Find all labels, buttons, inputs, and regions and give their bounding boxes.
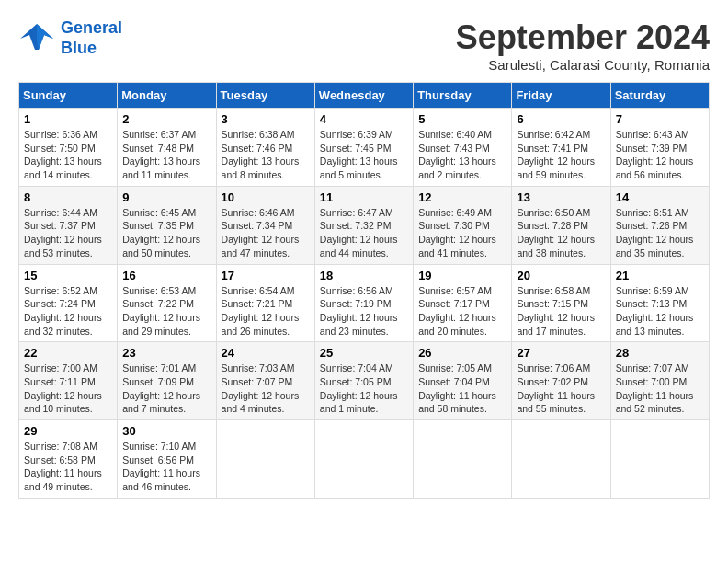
day-number: 12 bbox=[418, 190, 506, 204]
day-number: 8 bbox=[24, 190, 112, 204]
day-number: 4 bbox=[320, 112, 408, 126]
day-number: 26 bbox=[418, 346, 506, 360]
month-title: September 2024 bbox=[456, 18, 710, 57]
calendar-cell: 24Sunrise: 7:03 AM Sunset: 7:07 PM Dayli… bbox=[216, 342, 314, 420]
calendar-cell: 22Sunrise: 7:00 AM Sunset: 7:11 PM Dayli… bbox=[19, 342, 118, 420]
day-detail: Sunrise: 6:38 AM Sunset: 7:46 PM Dayligh… bbox=[222, 128, 310, 182]
day-detail: Sunrise: 6:47 AM Sunset: 7:32 PM Dayligh… bbox=[320, 206, 408, 260]
weekday-header-thursday: Thursday bbox=[414, 83, 512, 109]
day-detail: Sunrise: 6:49 AM Sunset: 7:30 PM Dayligh… bbox=[418, 206, 506, 260]
day-detail: Sunrise: 7:07 AM Sunset: 7:00 PM Dayligh… bbox=[616, 362, 704, 416]
calendar-cell: 17Sunrise: 6:54 AM Sunset: 7:21 PM Dayli… bbox=[216, 264, 314, 342]
calendar-week-row: 1Sunrise: 6:36 AM Sunset: 7:50 PM Daylig… bbox=[19, 109, 710, 187]
svg-marker-1 bbox=[37, 24, 53, 50]
day-number: 16 bbox=[122, 269, 210, 282]
logo-text: General Blue bbox=[61, 18, 122, 58]
calendar-cell: 26Sunrise: 7:05 AM Sunset: 7:04 PM Dayli… bbox=[414, 342, 512, 420]
calendar-cell: 20Sunrise: 6:58 AM Sunset: 7:15 PM Dayli… bbox=[512, 264, 610, 342]
logo: General Blue bbox=[18, 18, 122, 58]
day-number: 11 bbox=[320, 190, 408, 204]
day-number: 6 bbox=[517, 112, 605, 126]
calendar-cell: 18Sunrise: 6:56 AM Sunset: 7:19 PM Dayli… bbox=[314, 264, 413, 342]
weekday-header-friday: Friday bbox=[512, 83, 610, 109]
day-detail: Sunrise: 7:06 AM Sunset: 7:02 PM Dayligh… bbox=[517, 362, 605, 416]
calendar-cell: 13Sunrise: 6:50 AM Sunset: 7:28 PM Dayli… bbox=[512, 186, 610, 264]
calendar-cell: 21Sunrise: 6:59 AM Sunset: 7:13 PM Dayli… bbox=[610, 264, 709, 342]
calendar-cell bbox=[216, 420, 314, 499]
day-number: 21 bbox=[616, 269, 704, 282]
weekday-header-saturday: Saturday bbox=[610, 83, 709, 109]
day-detail: Sunrise: 6:54 AM Sunset: 7:21 PM Dayligh… bbox=[222, 284, 310, 339]
day-number: 3 bbox=[222, 112, 310, 126]
calendar-cell: 27Sunrise: 7:06 AM Sunset: 7:02 PM Dayli… bbox=[512, 342, 610, 420]
day-detail: Sunrise: 6:45 AM Sunset: 7:35 PM Dayligh… bbox=[122, 206, 210, 260]
day-number: 7 bbox=[616, 112, 704, 126]
day-number: 2 bbox=[122, 112, 210, 126]
weekday-header-monday: Monday bbox=[118, 83, 216, 109]
day-number: 27 bbox=[517, 346, 605, 360]
day-number: 10 bbox=[222, 190, 310, 204]
day-number: 14 bbox=[616, 190, 704, 204]
calendar-week-row: 15Sunrise: 6:52 AM Sunset: 7:24 PM Dayli… bbox=[19, 264, 710, 342]
calendar-cell: 6Sunrise: 6:42 AM Sunset: 7:41 PM Daylig… bbox=[512, 109, 610, 187]
day-detail: Sunrise: 6:51 AM Sunset: 7:26 PM Dayligh… bbox=[616, 206, 704, 260]
day-number: 30 bbox=[122, 424, 210, 438]
day-number: 29 bbox=[24, 424, 112, 438]
calendar-cell: 28Sunrise: 7:07 AM Sunset: 7:00 PM Dayli… bbox=[610, 342, 709, 420]
title-block: September 2024 Sarulesti, Calarasi Count… bbox=[456, 18, 710, 73]
day-number: 5 bbox=[418, 112, 506, 126]
calendar-week-row: 29Sunrise: 7:08 AM Sunset: 6:58 PM Dayli… bbox=[19, 420, 710, 499]
calendar-cell: 14Sunrise: 6:51 AM Sunset: 7:26 PM Dayli… bbox=[610, 186, 709, 264]
day-detail: Sunrise: 6:39 AM Sunset: 7:45 PM Dayligh… bbox=[320, 128, 408, 182]
day-detail: Sunrise: 6:37 AM Sunset: 7:48 PM Dayligh… bbox=[122, 128, 210, 182]
calendar-cell: 7Sunrise: 6:43 AM Sunset: 7:39 PM Daylig… bbox=[610, 109, 709, 187]
calendar-cell: 9Sunrise: 6:45 AM Sunset: 7:35 PM Daylig… bbox=[118, 186, 216, 264]
day-detail: Sunrise: 7:03 AM Sunset: 7:07 PM Dayligh… bbox=[222, 362, 310, 416]
calendar-cell: 11Sunrise: 6:47 AM Sunset: 7:32 PM Dayli… bbox=[314, 186, 413, 264]
day-detail: Sunrise: 6:52 AM Sunset: 7:24 PM Dayligh… bbox=[24, 284, 112, 339]
calendar-cell: 2Sunrise: 6:37 AM Sunset: 7:48 PM Daylig… bbox=[118, 109, 216, 187]
calendar-cell: 8Sunrise: 6:44 AM Sunset: 7:37 PM Daylig… bbox=[19, 186, 118, 264]
day-detail: Sunrise: 7:05 AM Sunset: 7:04 PM Dayligh… bbox=[418, 362, 506, 416]
calendar-cell: 3Sunrise: 6:38 AM Sunset: 7:46 PM Daylig… bbox=[216, 109, 314, 187]
day-number: 1 bbox=[24, 112, 112, 126]
day-number: 15 bbox=[24, 269, 112, 282]
day-detail: Sunrise: 6:57 AM Sunset: 7:17 PM Dayligh… bbox=[418, 284, 506, 339]
day-number: 25 bbox=[320, 346, 408, 360]
day-detail: Sunrise: 6:46 AM Sunset: 7:34 PM Dayligh… bbox=[222, 206, 310, 260]
day-number: 23 bbox=[122, 346, 210, 360]
calendar-cell: 19Sunrise: 6:57 AM Sunset: 7:17 PM Dayli… bbox=[414, 264, 512, 342]
day-number: 28 bbox=[616, 346, 704, 360]
day-detail: Sunrise: 6:36 AM Sunset: 7:50 PM Dayligh… bbox=[24, 128, 112, 182]
day-detail: Sunrise: 6:59 AM Sunset: 7:13 PM Dayligh… bbox=[616, 284, 704, 339]
location-subtitle: Sarulesti, Calarasi County, Romania bbox=[456, 57, 710, 73]
day-detail: Sunrise: 6:42 AM Sunset: 7:41 PM Dayligh… bbox=[517, 128, 605, 182]
day-number: 9 bbox=[122, 190, 210, 204]
calendar-cell bbox=[512, 420, 610, 499]
day-number: 24 bbox=[222, 346, 310, 360]
day-detail: Sunrise: 7:10 AM Sunset: 6:56 PM Dayligh… bbox=[122, 440, 210, 494]
calendar-cell: 15Sunrise: 6:52 AM Sunset: 7:24 PM Dayli… bbox=[19, 264, 118, 342]
calendar-cell: 29Sunrise: 7:08 AM Sunset: 6:58 PM Dayli… bbox=[19, 420, 118, 499]
calendar-table: SundayMondayTuesdayWednesdayThursdayFrid… bbox=[18, 82, 710, 499]
day-detail: Sunrise: 6:43 AM Sunset: 7:39 PM Dayligh… bbox=[616, 128, 704, 182]
calendar-cell: 16Sunrise: 6:53 AM Sunset: 7:22 PM Dayli… bbox=[118, 264, 216, 342]
day-detail: Sunrise: 7:01 AM Sunset: 7:09 PM Dayligh… bbox=[122, 362, 210, 416]
day-number: 19 bbox=[418, 269, 506, 282]
day-number: 20 bbox=[517, 269, 605, 282]
day-number: 18 bbox=[320, 269, 408, 282]
calendar-cell: 23Sunrise: 7:01 AM Sunset: 7:09 PM Dayli… bbox=[118, 342, 216, 420]
day-detail: Sunrise: 6:50 AM Sunset: 7:28 PM Dayligh… bbox=[517, 206, 605, 260]
calendar-cell bbox=[314, 420, 413, 499]
logo-icon bbox=[18, 22, 55, 55]
weekday-header-wednesday: Wednesday bbox=[314, 83, 413, 109]
weekday-header-sunday: Sunday bbox=[19, 83, 118, 109]
calendar-week-row: 8Sunrise: 6:44 AM Sunset: 7:37 PM Daylig… bbox=[19, 186, 710, 264]
calendar-cell: 5Sunrise: 6:40 AM Sunset: 7:43 PM Daylig… bbox=[414, 109, 512, 187]
calendar-cell: 12Sunrise: 6:49 AM Sunset: 7:30 PM Dayli… bbox=[414, 186, 512, 264]
day-detail: Sunrise: 6:40 AM Sunset: 7:43 PM Dayligh… bbox=[418, 128, 506, 182]
calendar-week-row: 22Sunrise: 7:00 AM Sunset: 7:11 PM Dayli… bbox=[19, 342, 710, 420]
calendar-cell bbox=[414, 420, 512, 499]
weekday-header-tuesday: Tuesday bbox=[216, 83, 314, 109]
day-detail: Sunrise: 6:58 AM Sunset: 7:15 PM Dayligh… bbox=[517, 284, 605, 339]
